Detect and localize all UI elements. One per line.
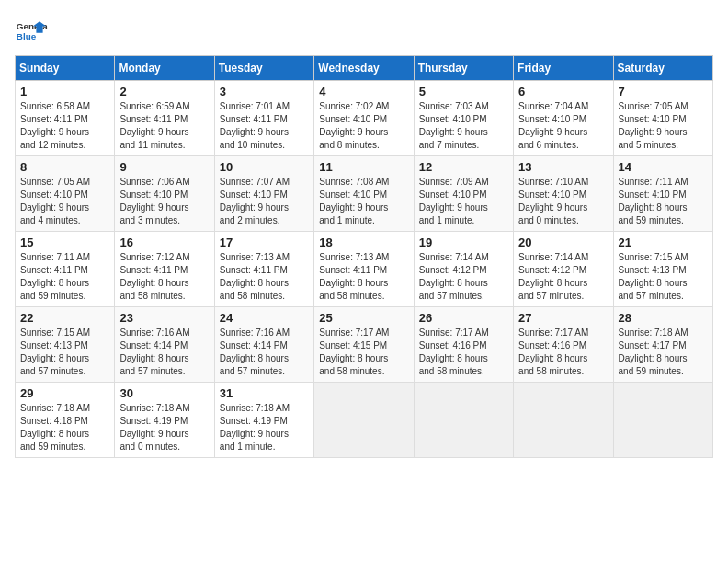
day-number: 26 xyxy=(419,311,508,325)
day-info: Sunrise: 7:14 AM Sunset: 4:12 PM Dayligh… xyxy=(518,251,608,303)
day-info: Sunrise: 6:59 AM Sunset: 4:11 PM Dayligh… xyxy=(119,100,209,152)
day-number: 16 xyxy=(119,236,209,249)
day-info: Sunrise: 7:17 AM Sunset: 4:16 PM Dayligh… xyxy=(518,327,608,378)
day-number: 2 xyxy=(119,85,209,98)
day-info: Sunrise: 7:08 AM Sunset: 4:10 PM Dayligh… xyxy=(319,176,408,227)
empty-cell xyxy=(314,383,414,458)
day-number: 27 xyxy=(518,311,608,325)
day-info: Sunrise: 7:02 AM Sunset: 4:10 PM Dayligh… xyxy=(319,100,408,152)
calendar-day-22: 22Sunrise: 7:15 AM Sunset: 4:13 PM Dayli… xyxy=(16,307,115,383)
calendar-day-4: 4Sunrise: 7:02 AM Sunset: 4:10 PM Daylig… xyxy=(314,81,414,156)
day-info: Sunrise: 7:01 AM Sunset: 4:11 PM Dayligh… xyxy=(220,100,309,152)
day-number: 13 xyxy=(518,160,608,174)
day-number: 31 xyxy=(220,386,309,400)
day-number: 18 xyxy=(319,236,408,249)
calendar-day-18: 18Sunrise: 7:13 AM Sunset: 4:11 PM Dayli… xyxy=(314,232,414,307)
day-info: Sunrise: 7:15 AM Sunset: 4:13 PM Dayligh… xyxy=(20,327,109,378)
day-header-thursday: Thursday xyxy=(414,56,513,81)
calendar-day-19: 19Sunrise: 7:14 AM Sunset: 4:12 PM Dayli… xyxy=(414,232,513,307)
page-header: General Blue xyxy=(15,15,713,48)
calendar-day-23: 23Sunrise: 7:16 AM Sunset: 4:14 PM Dayli… xyxy=(115,307,214,383)
day-header-friday: Friday xyxy=(514,56,613,81)
day-info: Sunrise: 7:13 AM Sunset: 4:11 PM Dayligh… xyxy=(220,251,309,303)
calendar-day-6: 6Sunrise: 7:04 AM Sunset: 4:10 PM Daylig… xyxy=(514,81,613,156)
calendar-day-28: 28Sunrise: 7:18 AM Sunset: 4:17 PM Dayli… xyxy=(613,307,712,383)
calendar-day-20: 20Sunrise: 7:14 AM Sunset: 4:12 PM Dayli… xyxy=(514,232,613,307)
calendar-day-31: 31Sunrise: 7:18 AM Sunset: 4:19 PM Dayli… xyxy=(214,383,313,458)
day-info: Sunrise: 7:03 AM Sunset: 4:10 PM Dayligh… xyxy=(419,100,508,152)
svg-text:General: General xyxy=(17,21,48,31)
day-info: Sunrise: 6:58 AM Sunset: 4:11 PM Dayligh… xyxy=(20,100,109,152)
day-number: 25 xyxy=(319,311,408,325)
day-number: 21 xyxy=(619,236,708,249)
day-number: 7 xyxy=(619,85,708,98)
calendar-week-4: 22Sunrise: 7:15 AM Sunset: 4:13 PM Dayli… xyxy=(16,307,713,383)
day-number: 15 xyxy=(20,236,109,249)
day-info: Sunrise: 7:13 AM Sunset: 4:11 PM Dayligh… xyxy=(319,251,408,303)
day-info: Sunrise: 7:14 AM Sunset: 4:12 PM Dayligh… xyxy=(419,251,508,303)
day-info: Sunrise: 7:06 AM Sunset: 4:10 PM Dayligh… xyxy=(119,176,209,227)
calendar-week-3: 15Sunrise: 7:11 AM Sunset: 4:11 PM Dayli… xyxy=(16,232,713,307)
day-number: 12 xyxy=(419,160,508,174)
calendar-day-29: 29Sunrise: 7:18 AM Sunset: 4:18 PM Dayli… xyxy=(16,383,115,458)
day-info: Sunrise: 7:05 AM Sunset: 4:10 PM Dayligh… xyxy=(619,100,708,152)
day-number: 30 xyxy=(119,386,209,400)
calendar-header-row: SundayMondayTuesdayWednesdayThursdayFrid… xyxy=(16,56,713,81)
day-info: Sunrise: 7:04 AM Sunset: 4:10 PM Dayligh… xyxy=(518,100,608,152)
day-info: Sunrise: 7:18 AM Sunset: 4:18 PM Dayligh… xyxy=(20,402,109,454)
calendar-week-1: 1Sunrise: 6:58 AM Sunset: 4:11 PM Daylig… xyxy=(16,81,713,156)
calendar-day-3: 3Sunrise: 7:01 AM Sunset: 4:11 PM Daylig… xyxy=(214,81,313,156)
day-number: 22 xyxy=(20,311,109,325)
empty-cell xyxy=(414,383,513,458)
day-number: 28 xyxy=(619,311,708,325)
calendar-day-24: 24Sunrise: 7:16 AM Sunset: 4:14 PM Dayli… xyxy=(214,307,313,383)
calendar-week-2: 8Sunrise: 7:05 AM Sunset: 4:10 PM Daylig… xyxy=(16,156,713,232)
day-number: 1 xyxy=(20,85,109,98)
calendar-day-16: 16Sunrise: 7:12 AM Sunset: 4:11 PM Dayli… xyxy=(115,232,214,307)
calendar-day-21: 21Sunrise: 7:15 AM Sunset: 4:13 PM Dayli… xyxy=(613,232,712,307)
day-info: Sunrise: 7:17 AM Sunset: 4:16 PM Dayligh… xyxy=(419,327,508,378)
day-number: 24 xyxy=(220,311,309,325)
day-number: 6 xyxy=(518,85,608,98)
day-info: Sunrise: 7:16 AM Sunset: 4:14 PM Dayligh… xyxy=(119,327,209,378)
calendar-day-9: 9Sunrise: 7:06 AM Sunset: 4:10 PM Daylig… xyxy=(115,156,214,232)
day-number: 20 xyxy=(518,236,608,249)
day-number: 4 xyxy=(319,85,408,98)
calendar-day-13: 13Sunrise: 7:10 AM Sunset: 4:10 PM Dayli… xyxy=(514,156,613,232)
day-header-monday: Monday xyxy=(115,56,214,81)
calendar-day-5: 5Sunrise: 7:03 AM Sunset: 4:10 PM Daylig… xyxy=(414,81,513,156)
calendar-day-1: 1Sunrise: 6:58 AM Sunset: 4:11 PM Daylig… xyxy=(16,81,115,156)
day-number: 9 xyxy=(119,160,209,174)
calendar-day-11: 11Sunrise: 7:08 AM Sunset: 4:10 PM Dayli… xyxy=(314,156,414,232)
day-info: Sunrise: 7:18 AM Sunset: 4:19 PM Dayligh… xyxy=(119,402,209,454)
calendar-week-5: 29Sunrise: 7:18 AM Sunset: 4:18 PM Dayli… xyxy=(16,383,713,458)
calendar-day-12: 12Sunrise: 7:09 AM Sunset: 4:10 PM Dayli… xyxy=(414,156,513,232)
calendar-day-8: 8Sunrise: 7:05 AM Sunset: 4:10 PM Daylig… xyxy=(16,156,115,232)
day-number: 8 xyxy=(20,160,109,174)
day-header-tuesday: Tuesday xyxy=(214,56,313,81)
day-info: Sunrise: 7:15 AM Sunset: 4:13 PM Dayligh… xyxy=(619,251,708,303)
day-info: Sunrise: 7:10 AM Sunset: 4:10 PM Dayligh… xyxy=(518,176,608,227)
calendar-day-15: 15Sunrise: 7:11 AM Sunset: 4:11 PM Dayli… xyxy=(16,232,115,307)
day-number: 5 xyxy=(419,85,508,98)
day-info: Sunrise: 7:11 AM Sunset: 4:10 PM Dayligh… xyxy=(619,176,708,227)
day-number: 17 xyxy=(220,236,309,249)
day-info: Sunrise: 7:12 AM Sunset: 4:11 PM Dayligh… xyxy=(119,251,209,303)
day-header-saturday: Saturday xyxy=(613,56,712,81)
day-info: Sunrise: 7:05 AM Sunset: 4:10 PM Dayligh… xyxy=(20,176,109,227)
calendar-day-10: 10Sunrise: 7:07 AM Sunset: 4:10 PM Dayli… xyxy=(214,156,313,232)
day-number: 23 xyxy=(119,311,209,325)
calendar-day-25: 25Sunrise: 7:17 AM Sunset: 4:15 PM Dayli… xyxy=(314,307,414,383)
calendar-day-17: 17Sunrise: 7:13 AM Sunset: 4:11 PM Dayli… xyxy=(214,232,313,307)
calendar-day-2: 2Sunrise: 6:59 AM Sunset: 4:11 PM Daylig… xyxy=(115,81,214,156)
calendar-day-27: 27Sunrise: 7:17 AM Sunset: 4:16 PM Dayli… xyxy=(514,307,613,383)
day-number: 3 xyxy=(220,85,309,98)
calendar-day-7: 7Sunrise: 7:05 AM Sunset: 4:10 PM Daylig… xyxy=(613,81,712,156)
day-number: 11 xyxy=(319,160,408,174)
day-header-sunday: Sunday xyxy=(16,56,115,81)
calendar-table: SundayMondayTuesdayWednesdayThursdayFrid… xyxy=(15,55,713,458)
day-info: Sunrise: 7:16 AM Sunset: 4:14 PM Dayligh… xyxy=(220,327,309,378)
logo: General Blue xyxy=(15,15,48,48)
logo-icon: General Blue xyxy=(15,15,48,48)
calendar-day-14: 14Sunrise: 7:11 AM Sunset: 4:10 PM Dayli… xyxy=(613,156,712,232)
